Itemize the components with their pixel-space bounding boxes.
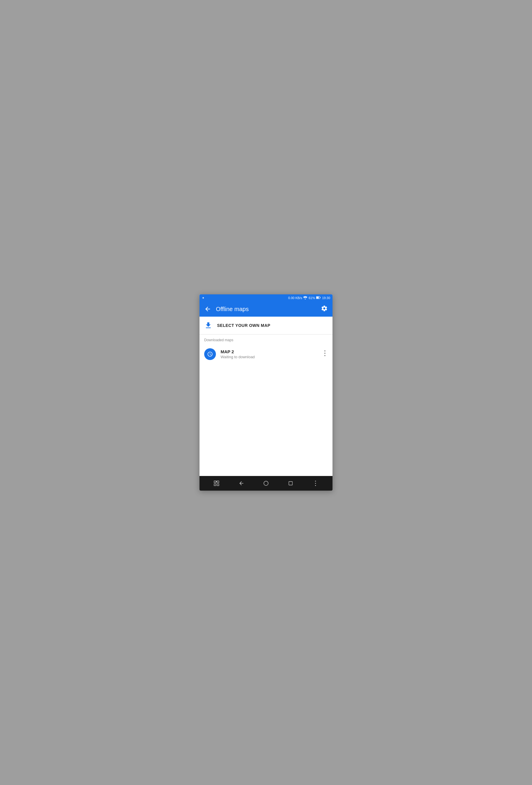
map-status-icon: [204, 348, 216, 360]
svg-rect-2: [316, 297, 319, 299]
nav-recents-button[interactable]: [285, 478, 296, 488]
svg-rect-8: [217, 481, 219, 483]
wifi-icon: [303, 296, 307, 300]
time-label: 19:30: [322, 296, 330, 300]
svg-point-5: [324, 353, 326, 354]
svg-rect-7: [214, 481, 216, 483]
svg-point-6: [324, 355, 326, 356]
svg-point-16: [315, 483, 316, 484]
svg-point-4: [324, 350, 326, 352]
content-area: SELECT YOUR OWN MAP Downloaded maps MAP …: [200, 316, 332, 476]
map-name: MAP 2: [221, 349, 317, 354]
nav-back-button[interactable]: [236, 478, 247, 488]
speed-label: 0.00 KB/s: [288, 296, 302, 300]
status-bar-right: 0.00 KB/s 61% 19:30: [288, 296, 330, 300]
notification-icon: ✦: [202, 296, 204, 300]
app-bar: Offline maps: [200, 301, 332, 316]
svg-point-13: [264, 481, 268, 486]
status-bar: ✦ 0.00 KB/s 61% 19:30: [200, 295, 332, 301]
map-more-button[interactable]: [322, 348, 328, 360]
svg-rect-3: [320, 297, 321, 298]
svg-point-15: [315, 481, 316, 482]
map-list-item: MAP 2 Waiting to download: [200, 345, 332, 363]
download-icon: [204, 321, 212, 330]
nav-home-button[interactable]: [261, 478, 271, 488]
nav-bar: [200, 476, 332, 490]
nav-more-button[interactable]: [310, 478, 321, 488]
map-status: Waiting to download: [221, 355, 317, 359]
svg-point-0: [305, 299, 306, 299]
svg-rect-14: [289, 482, 293, 485]
status-bar-left: ✦: [202, 296, 288, 300]
back-button[interactable]: [204, 305, 211, 312]
select-own-map-row[interactable]: SELECT YOUR OWN MAP: [200, 316, 332, 334]
settings-button[interactable]: [321, 305, 328, 313]
svg-rect-9: [214, 484, 216, 486]
battery-icon: [316, 296, 321, 300]
maps-nav-icon[interactable]: [211, 478, 222, 488]
phone-container: ✦ 0.00 KB/s 61% 19:30: [200, 295, 332, 490]
downloaded-maps-header: Downloaded maps: [200, 334, 332, 345]
battery-label: 61%: [308, 296, 315, 300]
svg-rect-10: [217, 484, 219, 486]
app-title: Offline maps: [216, 306, 316, 312]
select-map-label: SELECT YOUR OWN MAP: [217, 323, 271, 328]
map-info: MAP 2 Waiting to download: [221, 349, 317, 359]
svg-point-17: [315, 485, 316, 486]
